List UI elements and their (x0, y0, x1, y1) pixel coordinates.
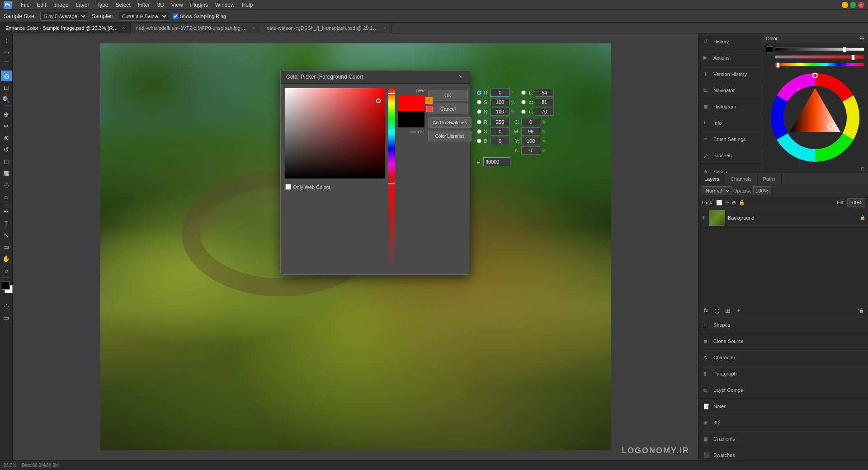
s-label: S: (483, 99, 489, 105)
color-libraries-button[interactable]: Color Libraries (428, 131, 472, 141)
out-of-gamut-alert[interactable]: ! (425, 97, 433, 104)
m-row: M: % (513, 127, 548, 136)
a-input[interactable] (535, 98, 554, 106)
only-web-colors-checkbox[interactable] (285, 184, 291, 190)
g-input[interactable] (491, 127, 509, 136)
b2-radio[interactable] (477, 139, 481, 143)
y-input[interactable] (521, 137, 540, 145)
lab-inputs: L: a: b: (521, 88, 554, 116)
s-unit: % (511, 100, 518, 105)
alpha-slider-thumb (387, 183, 396, 185)
cancel-button[interactable]: Cancel (428, 103, 468, 114)
a-label: a: (528, 99, 533, 105)
hex-row: # (477, 157, 554, 166)
r-radio[interactable] (477, 120, 481, 124)
b-unit: % (511, 109, 518, 114)
new-label: new (416, 88, 425, 93)
hex-input[interactable] (483, 157, 510, 166)
dialog-title: Color Picker (Foreground Color) (286, 74, 363, 80)
color-gradient-field[interactable] (285, 88, 385, 179)
g-row: G: (477, 127, 509, 136)
m-label: M: (513, 129, 519, 134)
b-label: B: (483, 109, 489, 114)
s-input[interactable] (491, 98, 509, 106)
g-label: G: (483, 129, 489, 134)
l-row: L: (521, 89, 554, 97)
b2-row: B: (477, 137, 509, 145)
dialog-body: Only Web Colors new ! (281, 84, 470, 274)
c-unit: % (542, 120, 548, 125)
b2-input[interactable] (491, 137, 509, 145)
current-color-preview (398, 111, 425, 127)
hue-alpha-sliders (388, 88, 395, 270)
k-label: K: (513, 148, 519, 153)
hsb-lab-row: H: ° S: % B: (477, 88, 554, 116)
r-input[interactable] (491, 118, 509, 126)
m-unit: % (542, 129, 548, 134)
r-label: R: (483, 119, 489, 125)
web-colors-row: Only Web Colors (285, 184, 385, 190)
gradient-section: Only Web Colors (285, 88, 385, 270)
k-input[interactable] (521, 146, 540, 155)
dialog-header: Color Picker (Foreground Color) × (281, 70, 470, 84)
add-to-swatches-button[interactable]: Add to Swatches (428, 117, 472, 128)
r-row: R: (477, 118, 509, 126)
hue-slider-thumb (387, 93, 396, 94)
hue-slider[interactable] (388, 88, 395, 179)
c-row: C: % (513, 118, 548, 126)
current-label: current (410, 129, 425, 134)
c-label: C: (513, 119, 519, 125)
color-preview-stack: ! (398, 95, 425, 127)
c-input[interactable] (521, 118, 540, 126)
b-radio[interactable] (477, 109, 481, 114)
dialog-close-button[interactable]: × (457, 73, 464, 80)
rgb-inputs: R: G: B: (477, 118, 509, 155)
b3-input[interactable] (535, 108, 554, 116)
s-row: S: % (477, 98, 518, 106)
k-unit: % (542, 148, 548, 153)
gradient-picker-circle (376, 99, 381, 103)
web-safe-warning (426, 106, 433, 112)
b3-row: b: (521, 108, 554, 116)
new-color-preview (398, 95, 425, 111)
s-radio[interactable] (477, 100, 481, 104)
b3-label: b: (528, 109, 533, 114)
ok-button[interactable]: OK (428, 90, 468, 101)
color-picker-dialog: Color Picker (Foreground Color) × Only W… (280, 70, 470, 275)
color-values-section: H: ° S: % B: (477, 88, 554, 270)
hex-label: # (477, 159, 481, 165)
h-row: H: ° (477, 89, 518, 97)
g-radio[interactable] (477, 129, 481, 134)
dialog-overlay: Color Picker (Foreground Color) × Only W… (0, 0, 868, 470)
a-radio[interactable] (521, 100, 526, 104)
y-label: Y: (513, 138, 519, 144)
k-row: K: % (513, 146, 548, 155)
y-row: Y: % (513, 137, 548, 145)
h-input[interactable] (491, 89, 509, 97)
only-web-colors-label: Only Web Colors (293, 184, 330, 190)
color-preview-section: new ! current (398, 88, 425, 270)
rgb-cmyk-row: R: G: B: (477, 118, 554, 155)
a-row: a: (521, 98, 554, 106)
dialog-buttons: OK Cancel Add to Swatches Color Librarie… (428, 88, 472, 270)
m-input[interactable] (521, 127, 540, 136)
h-unit: ° (511, 90, 518, 95)
b2-label: B: (483, 138, 489, 144)
alpha-slider[interactable] (388, 179, 395, 270)
b-input[interactable] (491, 108, 509, 116)
b-row: B: % (477, 108, 518, 116)
y-unit: % (542, 139, 548, 144)
hsb-inputs: H: ° S: % B: (477, 88, 518, 116)
h-label: H: (483, 90, 489, 95)
l-label: L: (528, 90, 533, 95)
cmyk-inputs: C: % M: % Y: % (513, 118, 548, 155)
b3-radio[interactable] (521, 109, 526, 114)
l-radio[interactable] (521, 90, 526, 95)
l-input[interactable] (535, 89, 554, 97)
h-radio[interactable] (477, 90, 481, 95)
